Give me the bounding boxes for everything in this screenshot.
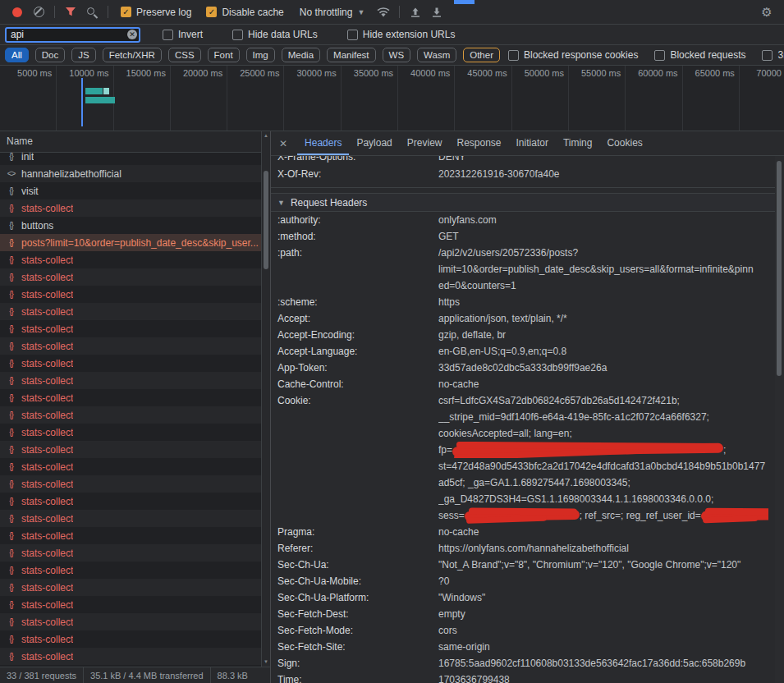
- network-conditions-button[interactable]: [373, 2, 394, 22]
- details-scrollbar-thumb[interactable]: [777, 161, 782, 376]
- request-name: stats-collect: [21, 444, 73, 456]
- resources-size: 88.3 kB: [211, 667, 254, 683]
- type-filter-doc[interactable]: Doc: [35, 48, 65, 62]
- invert-checkbox[interactable]: Invert: [163, 29, 203, 40]
- timeline-overview[interactable]: 5000 ms10000 ms15000 ms20000 ms25000 ms3…: [0, 66, 784, 131]
- request-row[interactable]: {}visit: [0, 182, 270, 199]
- throttling-dropdown[interactable]: No throttling ▼: [300, 7, 365, 18]
- request-row[interactable]: {}stats-collect: [0, 544, 270, 562]
- request-row[interactable]: {}stats-collect: [0, 648, 270, 665]
- type-filter-media[interactable]: Media: [282, 48, 320, 62]
- request-row[interactable]: {}stats-collect: [0, 355, 270, 372]
- preserve-log-checkbox[interactable]: ✓ Preserve log: [121, 7, 191, 18]
- request-row[interactable]: <>hannahelizabethofficial: [0, 165, 270, 182]
- disable-cache-checkbox[interactable]: ✓ Disable cache: [206, 7, 283, 18]
- request-row[interactable]: {}stats-collect: [0, 630, 270, 648]
- header-name: Sec-Fetch-Site:: [277, 639, 438, 655]
- type-filter-wasm[interactable]: Wasm: [417, 48, 456, 62]
- request-row[interactable]: {}stats-collect: [0, 475, 270, 493]
- script-icon: {}: [5, 273, 17, 282]
- scroll-up-icon[interactable]: ▲: [262, 131, 270, 140]
- tab-cookies[interactable]: Cookies: [599, 131, 649, 155]
- export-har-button[interactable]: [426, 2, 447, 22]
- request-row[interactable]: {}stats-collect: [0, 372, 270, 389]
- request-name: stats-collect: [21, 392, 73, 404]
- request-row[interactable]: {}stats-collect: [0, 562, 270, 579]
- script-icon: {}: [5, 186, 17, 195]
- request-row[interactable]: {}stats-collect: [0, 406, 270, 424]
- header-name: Sec-Fetch-Mode:: [277, 622, 438, 639]
- list-scrollbar-thumb[interactable]: [264, 171, 268, 269]
- filter-toggle-button[interactable]: [60, 2, 81, 22]
- clear-filter-icon[interactable]: ✕: [127, 30, 137, 39]
- request-row[interactable]: {}stats-collect: [0, 337, 270, 355]
- transferred-size: 35.1 kB / 4.4 MB transferred: [84, 667, 211, 683]
- request-name: stats-collect: [21, 375, 73, 387]
- tab-preview[interactable]: Preview: [400, 131, 450, 155]
- import-har-button[interactable]: [405, 2, 426, 22]
- tab-headers[interactable]: Headers: [297, 131, 349, 155]
- request-name: stats-collect: [21, 513, 73, 525]
- type-filter-ws[interactable]: WS: [383, 48, 411, 62]
- timeline-tick-label: 25000 ms: [227, 66, 283, 78]
- type-filter-fetch-xhr[interactable]: Fetch/XHR: [103, 48, 162, 62]
- list-scrollbar[interactable]: ▲ ▼: [261, 131, 270, 667]
- search-button[interactable]: [81, 2, 103, 22]
- type-filter-other[interactable]: Other: [463, 48, 500, 62]
- timeline-tick-label: 5000 ms: [0, 66, 56, 78]
- request-row[interactable]: {}stats-collect: [0, 424, 270, 441]
- request-row[interactable]: {}stats-collect: [0, 510, 270, 527]
- request-row[interactable]: {}stats-collect: [0, 613, 270, 630]
- third-party-requests-checkbox[interactable]: 3rd-party requests: [762, 49, 784, 61]
- close-icon[interactable]: ✕: [279, 138, 287, 149]
- headers-content: X-Frame-Options: DENY X-Of-Rev: 20231226…: [271, 156, 784, 683]
- request-row[interactable]: {}posts?limit=10&order=publish_date_desc…: [0, 234, 270, 251]
- type-filter-font[interactable]: Font: [208, 48, 240, 62]
- request-row[interactable]: {}stats-collect: [0, 527, 270, 544]
- scroll-down-icon[interactable]: ▼: [262, 658, 270, 667]
- timeline-segment: 55000 ms: [569, 66, 626, 131]
- request-row[interactable]: {}stats-collect: [0, 579, 270, 596]
- overview-ruler: 5000 ms10000 ms15000 ms20000 ms25000 ms3…: [0, 66, 784, 131]
- settings-button[interactable]: ⚙: [756, 2, 777, 22]
- type-filter-all[interactable]: All: [5, 48, 29, 62]
- request-headers-section[interactable]: ▼ Request Headers: [271, 193, 775, 212]
- header-name: Pragma:: [277, 524, 438, 540]
- script-icon: {}: [5, 153, 17, 161]
- request-row[interactable]: {}stats-collect: [0, 596, 270, 613]
- type-filter-css[interactable]: CSS: [168, 48, 201, 62]
- request-row[interactable]: {}stats-collect: [0, 441, 270, 458]
- record-button[interactable]: [7, 2, 28, 22]
- header-row: :path:/api2/v2/users/20572336/posts?limi…: [271, 245, 775, 294]
- tab-payload[interactable]: Payload: [349, 131, 399, 155]
- details-scrollbar[interactable]: [775, 156, 784, 683]
- request-row[interactable]: {}stats-collect: [0, 251, 270, 268]
- type-filter-img[interactable]: Img: [246, 48, 275, 62]
- request-row[interactable]: {}stats-collect: [0, 493, 270, 510]
- request-row[interactable]: {}stats-collect: [0, 389, 270, 406]
- blocked-requests-checkbox[interactable]: Blocked requests: [654, 49, 745, 61]
- request-row[interactable]: {}stats-collect: [0, 320, 270, 337]
- request-name: init: [21, 153, 34, 163]
- request-row[interactable]: {}stats-collect: [0, 286, 270, 303]
- tab-initiator[interactable]: Initiator: [509, 131, 556, 155]
- clear-button[interactable]: [28, 2, 49, 22]
- blocked-response-cookies-checkbox[interactable]: Blocked response cookies: [508, 49, 638, 61]
- filter-input[interactable]: [5, 27, 140, 43]
- hide-data-urls-checkbox[interactable]: Hide data URLs: [232, 29, 318, 40]
- request-row[interactable]: {}stats-collect: [0, 268, 270, 286]
- name-column-header[interactable]: Name: [0, 131, 270, 153]
- type-filter-js[interactable]: JS: [71, 48, 95, 62]
- request-row[interactable]: {}buttons: [0, 217, 270, 234]
- hide-extension-urls-checkbox[interactable]: Hide extension URLs: [347, 29, 456, 40]
- tab-response[interactable]: Response: [449, 131, 508, 155]
- blocked-response-cookies-label: Blocked response cookies: [524, 49, 638, 61]
- header-name: Cookie:: [277, 392, 438, 524]
- request-row[interactable]: {}stats-collect: [0, 458, 270, 475]
- request-row[interactable]: {}stats-collect: [0, 303, 270, 320]
- type-filter-manifest[interactable]: Manifest: [327, 48, 375, 62]
- request-name: stats-collect: [21, 289, 73, 300]
- request-row[interactable]: {}init: [0, 153, 270, 165]
- request-row[interactable]: {}stats-collect: [0, 199, 270, 217]
- tab-timing[interactable]: Timing: [556, 131, 600, 155]
